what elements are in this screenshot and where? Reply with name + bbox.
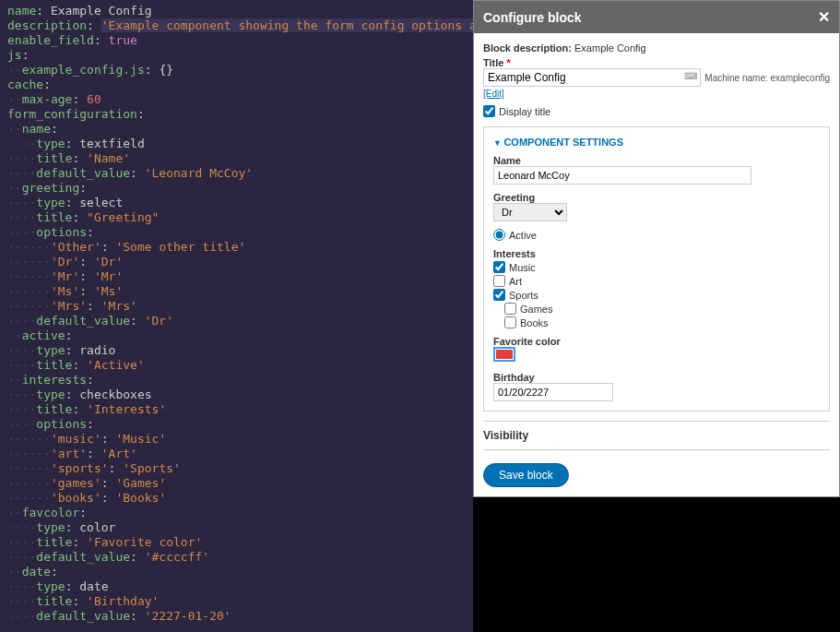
component-settings-panel: COMPONENT SETTINGS Name Greeting Dr Acti… [483, 126, 830, 411]
interest-sports[interactable]: Sports [493, 289, 820, 301]
birthday-input[interactable] [493, 383, 613, 401]
display-title-checkbox[interactable]: Display title [483, 105, 830, 117]
save-button[interactable]: Save block [483, 463, 569, 487]
title-input[interactable] [483, 68, 701, 87]
interest-art[interactable]: Art [493, 275, 820, 287]
interests-label: Interests [493, 248, 820, 259]
close-icon[interactable]: ✕ [818, 8, 830, 26]
greeting-label: Greeting [493, 192, 820, 203]
active-radio[interactable]: Active [493, 229, 820, 241]
visibility-section[interactable]: Visibility [483, 421, 830, 450]
greeting-select[interactable]: Dr [493, 203, 567, 221]
favcolor-label: Favorite color [493, 336, 820, 347]
machine-name: Machine name: exampleconfig [704, 73, 830, 83]
component-settings-toggle[interactable]: COMPONENT SETTINGS [493, 137, 820, 148]
interest-games[interactable]: Games [504, 303, 820, 315]
interest-books[interactable]: Books [504, 316, 820, 328]
name-label: Name [493, 155, 820, 166]
edit-link[interactable]: [Edit] [483, 89, 504, 99]
dialog-header: Configure block ✕ [474, 1, 839, 33]
configure-block-dialog: Configure block ✕ Block description: Exa… [473, 0, 840, 497]
name-input[interactable] [493, 166, 751, 185]
right-panel: Configure block ✕ Block description: Exa… [473, 0, 840, 632]
yaml-code-editor: name: Example Config description: 'Examp… [0, 0, 473, 632]
title-label: Title * [483, 57, 830, 68]
keyboard-icon: ⌨ [684, 71, 697, 81]
block-description: Block description: Example Config [483, 42, 830, 54]
favcolor-input[interactable] [493, 347, 515, 362]
dialog-title: Configure block [483, 10, 582, 25]
dialog-body: Block description: Example Config Title … [474, 33, 839, 496]
interest-music[interactable]: Music [493, 261, 820, 273]
birthday-label: Birthday [493, 372, 820, 383]
